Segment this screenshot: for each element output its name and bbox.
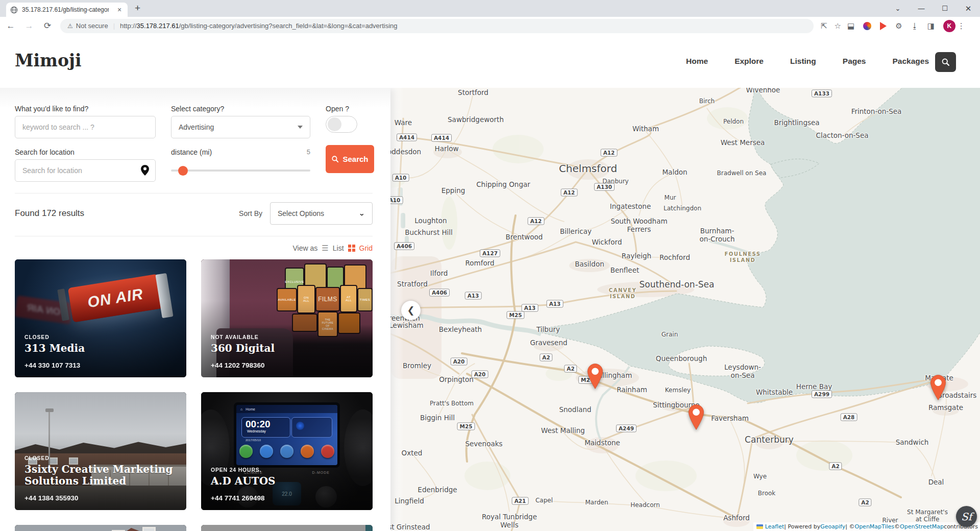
window-minimize-button[interactable]: —	[910, 0, 933, 17]
slider-track[interactable]	[171, 170, 310, 172]
tab-close-button[interactable]: ×	[115, 6, 124, 14]
search-icon	[941, 58, 950, 66]
map-place-label: Benfleet	[610, 267, 640, 275]
map-canvas[interactable]: StortfordSawbridgeworthWareHoddesdonHarl…	[390, 88, 980, 531]
share-icon[interactable]: ⇱	[821, 21, 827, 31]
map-place-label: Ingatestone	[610, 203, 651, 211]
map-place-label: FOULNESS ISLAND	[725, 251, 761, 263]
status-badge: NOT AVAILABLE	[211, 334, 364, 340]
listing-title[interactable]: A.D AUTOS	[211, 475, 364, 488]
road-badge: A12	[561, 189, 578, 197]
distance-slider[interactable]	[171, 159, 310, 182]
address-bar[interactable]: ⚠ Not secure | http://35.178.217.61/gb/l…	[60, 19, 814, 33]
location-label: Search for location	[15, 148, 156, 156]
map-marker-icon[interactable]	[585, 364, 605, 391]
reload-button[interactable]: ⟳	[40, 20, 55, 31]
map-pin-icon[interactable]	[141, 165, 149, 178]
search-button[interactable]: Search	[326, 145, 374, 173]
listing-title[interactable]: 360 Digital	[211, 343, 364, 355]
grid-view-icon[interactable]	[348, 245, 355, 252]
map-place-label: Peldon	[723, 118, 744, 126]
map-place-label: Sawbridgeworth	[448, 116, 504, 124]
openstreetmap-link[interactable]: OpenStreetMap	[900, 523, 944, 530]
map-place-label: Tilbury	[536, 326, 560, 334]
map-place-label: South Woodham Ferrers	[610, 218, 667, 233]
tab-search-button[interactable]: ⌄	[886, 0, 910, 17]
map-place-label: Wivenhoe	[746, 88, 780, 94]
window-maximize-button[interactable]: ☐	[933, 0, 957, 17]
window-close-button[interactable]: ✕	[957, 0, 980, 17]
listing-card[interactable]: ON AIR ON AIR CLOSED 313 Media +44 330 1…	[15, 259, 186, 377]
category-select[interactable]: Advertising	[171, 116, 310, 138]
listing-title[interactable]: 313 Media	[24, 343, 178, 355]
listing-phone: +44 330 107 7313	[24, 361, 178, 369]
panel-collapse-button[interactable]: ❮	[401, 301, 421, 320]
omnibox-separator: |	[113, 22, 115, 30]
listing-card[interactable]: DIGIFICATION.	[201, 525, 373, 531]
map-place-label: Edenbridge	[418, 486, 457, 494]
list-view-button[interactable]: List	[333, 244, 344, 252]
listing-phone: +44 7741 269498	[211, 494, 364, 502]
map-marker-icon[interactable]	[928, 375, 948, 402]
back-button[interactable]: ←	[3, 21, 18, 31]
new-tab-button[interactable]: +	[135, 3, 140, 14]
site-logo[interactable]: Mimoji	[15, 51, 81, 70]
map-place-label: Witham	[632, 125, 659, 133]
nav-packages[interactable]: Packages	[892, 57, 929, 66]
security-status[interactable]: Not secure	[76, 22, 108, 30]
not-secure-icon: ⚠	[67, 22, 73, 30]
colorful-extension-icon[interactable]	[863, 22, 871, 30]
slider-thumb[interactable]	[178, 166, 188, 176]
side-panel-icon[interactable]: ◨	[927, 21, 935, 31]
toggle-knob	[328, 117, 341, 131]
map-place-label: Brook	[758, 490, 776, 497]
map-place-label: Grain	[662, 331, 678, 339]
sort-select[interactable]: Select Options ⌄	[270, 202, 373, 225]
location-input[interactable]	[15, 159, 156, 182]
grid-view-button[interactable]: Grid	[359, 244, 373, 252]
listing-title[interactable]: 3sixty Creative Marketing Solutions Limi…	[24, 464, 178, 488]
forward-button[interactable]: →	[21, 21, 37, 31]
play-extension-icon[interactable]	[880, 22, 887, 30]
road-badge: A28	[841, 414, 857, 421]
listing-card[interactable]	[15, 525, 186, 531]
search-button-label: Search	[342, 155, 368, 163]
screen-widget-button[interactable]: Sf	[956, 506, 977, 527]
downloads-icon[interactable]: ⭳	[911, 21, 919, 30]
road-badge: A12	[601, 149, 618, 157]
map-place-label: Lewisham	[390, 322, 424, 330]
map-place-label: Capel	[535, 497, 553, 504]
map-marker-icon[interactable]	[687, 404, 706, 432]
distance-value: 5	[307, 148, 310, 156]
profile-avatar[interactable]: K	[943, 20, 955, 32]
list-view-icon[interactable]: ☰	[322, 244, 328, 253]
browser-menu-icon[interactable]: ⋮	[958, 21, 965, 31]
map-place-label: Lingfield	[395, 497, 424, 505]
listing-card[interactable]: EXCLUSIVE AVAILABLE ON ALL FILMS AT ALL …	[201, 259, 373, 377]
nav-listing[interactable]: Listing	[790, 57, 816, 66]
header-search-button[interactable]	[935, 52, 956, 72]
map-place-label: Hoddesdon	[390, 148, 421, 156]
nav-explore[interactable]: Explore	[734, 57, 764, 66]
listings-grid: ON AIR ON AIR CLOSED 313 Media +44 330 1…	[15, 259, 373, 531]
category-value: Advertising	[179, 123, 214, 131]
map-place-label: West Mersea	[721, 139, 765, 147]
search-form: What you'd like to find? Select category…	[0, 88, 390, 194]
screenshot-extension-icon[interactable]: ⬓	[847, 21, 854, 31]
listing-card[interactable]: ⌂Home 00:20Wednesday 2017/05/10 CLIMATED…	[201, 392, 373, 510]
open-toggle[interactable]	[326, 116, 357, 133]
road-badge: A299	[812, 391, 832, 398]
nav-pages[interactable]: Pages	[843, 57, 866, 66]
bookmark-star-icon[interactable]: ☆	[835, 21, 841, 31]
listing-card[interactable]: CLOSED 3sixty Creative Marketing Solutio…	[15, 392, 186, 510]
site-favicon	[10, 6, 18, 14]
browser-tab[interactable]: 35.178.217.61/gb/listing-categor ×	[6, 3, 128, 17]
category-label: Select category?	[171, 105, 310, 113]
nav-home[interactable]: Home	[686, 57, 708, 66]
extensions-puzzle-icon[interactable]: ⚙	[895, 21, 902, 31]
keyword-input[interactable]	[15, 116, 156, 138]
openmaptiles-link[interactable]: OpenMapTiles	[854, 523, 894, 530]
leaflet-link[interactable]: Leaflet	[765, 523, 784, 530]
map-place-label: Bromley	[403, 362, 431, 370]
geoapify-link[interactable]: Geoapify	[820, 523, 845, 530]
